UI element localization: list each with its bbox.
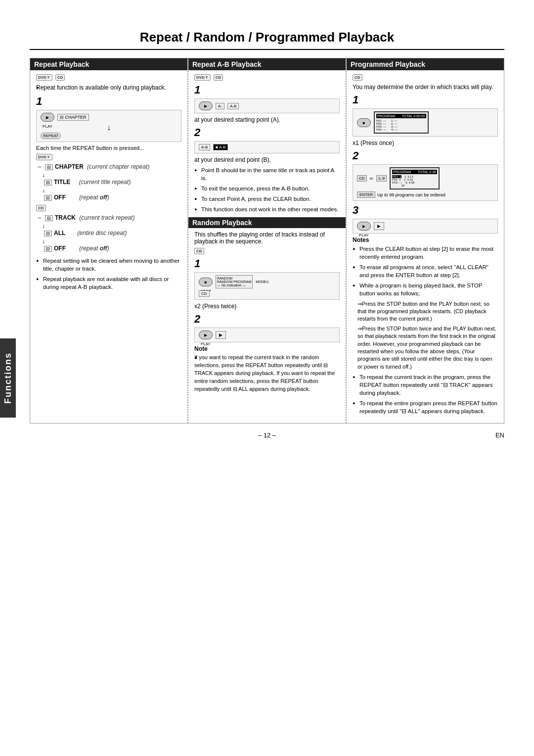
repeat-ab-title: Repeat A-B Playback bbox=[192, 60, 262, 68]
arrow-track: → bbox=[36, 214, 42, 221]
prog-screen-2: PROGRAM TOTAL 0:36 P01: 1 1: 3:12 P02: 3… bbox=[390, 167, 440, 189]
repeat-step1-caption: Each time the REPEAT button is pressed..… bbox=[36, 145, 181, 151]
random-title: Random Playback bbox=[192, 219, 252, 227]
ab-bullet-4: This function does not work in the other… bbox=[194, 205, 340, 213]
repeat-bullet-1: Repeat setting will be cleared when movi… bbox=[36, 257, 181, 273]
prog-badge-row: CD bbox=[353, 74, 498, 81]
prog-step2-diagram: CD or 1–9 PROGRAM TOTAL 0:36 P01: 1 1: 3… bbox=[353, 164, 498, 201]
cd-mode-track: → ⊟ TRACK (current track repeat) bbox=[36, 214, 181, 221]
prog-intro: You may determine the order in which tra… bbox=[353, 84, 498, 91]
cd-badge-2: CD bbox=[36, 205, 46, 211]
arrow-down-1: ↓ bbox=[41, 124, 177, 132]
title-icon: ⊟ bbox=[44, 180, 52, 186]
ab-badges-row: DVD▼ CD bbox=[194, 74, 340, 81]
prog-screen2-body: P01: 1 1: 3:12 P02: 3 2: 5:10 P03: — 3: … bbox=[392, 175, 437, 187]
play-indicator-prog: ▶ bbox=[374, 222, 384, 230]
title-mode-desc: (current title repeat) bbox=[72, 179, 131, 186]
repeat-btn-sim: REPEAT bbox=[41, 133, 61, 139]
play-btn-sim: ▶ PLAY bbox=[41, 113, 54, 122]
ab-bullet-3: To cancel Point A, press the CLEAR butto… bbox=[194, 195, 340, 203]
prog-step3-diagram: ▶ PLAY ▶ bbox=[353, 219, 498, 234]
prog-screen-header: PROGRAM TOTAL 0:00:00 bbox=[376, 114, 426, 118]
prog-screen2-header: PROGRAM TOTAL 0:36 bbox=[392, 170, 437, 174]
all-mode-label: ALL bbox=[54, 230, 65, 236]
prog-note-3: While a program is being played back, th… bbox=[353, 282, 498, 297]
ab-bullet-2: To exit the sequence, press the A-B butt… bbox=[194, 185, 340, 192]
dvd-modes-badges: DVD▼ bbox=[36, 154, 181, 160]
mode-btn-sim: MODE⊙ bbox=[256, 280, 269, 284]
cd-mode-list: → ⊟ TRACK (current track repeat) ↓ ⊟ ALL… bbox=[36, 214, 181, 252]
lang-label: EN bbox=[495, 431, 504, 439]
play-indicator: ▶ bbox=[216, 331, 226, 339]
random-step2-inner: ▶ PLAY ▶ bbox=[199, 331, 335, 339]
dvd-v-badge: DVD▼ bbox=[36, 74, 52, 81]
cd-mode-all: ⊟ ALL (entire disc repeat) bbox=[36, 230, 181, 236]
prog-step2-inner: CD or 1–9 PROGRAM TOTAL 0:36 P01: 1 1: 3… bbox=[357, 167, 493, 189]
track-mode-desc: (current track repeat) bbox=[78, 214, 134, 221]
dvd-mode-arrow-down2: ↓ bbox=[36, 187, 181, 194]
ab-step2-num: 2 bbox=[194, 126, 340, 139]
ab-bullets: Point B should be in the same title or t… bbox=[194, 166, 340, 213]
page-title: Repeat / Random / Programmed Playback bbox=[30, 30, 504, 50]
programmed-header: Programmed Playback bbox=[347, 58, 504, 70]
repeat-intro: Repeat function is available only during… bbox=[36, 84, 181, 92]
or-label: or bbox=[370, 176, 373, 181]
prog-screen-1: PROGRAM TOTAL 0:00:00 P01: — 1: — P02: —… bbox=[374, 111, 429, 134]
cd-btn-sim: CD bbox=[357, 175, 367, 182]
a-btn: A-B bbox=[227, 103, 239, 109]
enter-btn-sim: ENTER bbox=[357, 191, 375, 198]
chapter-icon: ⊟ bbox=[45, 164, 53, 170]
dvd-mode-title: ⊟ TITLE (current title repeat) bbox=[36, 179, 181, 186]
prog-note-1: Press the CLEAR button at step [2] to er… bbox=[353, 245, 498, 261]
prog-note-4: To repeat the current track in the progr… bbox=[353, 373, 498, 397]
cd-mode-arrow-down: ↓ bbox=[36, 223, 181, 230]
ab-label: A-B bbox=[199, 144, 210, 150]
dvd-mode-chapter: → ⊟ CHAPTER (current chapter repeat) bbox=[36, 163, 181, 170]
off-mode-desc-dvd: (repeat off) bbox=[68, 194, 109, 201]
repeat-playback-title: Repeat Playback bbox=[34, 60, 89, 68]
track-mode-label: TRACK bbox=[55, 214, 76, 221]
ab-step1-caption: at your desired starting point (A). bbox=[194, 116, 340, 123]
track-icon: ⊟ bbox=[45, 215, 53, 221]
columns-layout: Repeat Playback DVD▼ CD Repeat function … bbox=[30, 58, 504, 424]
prog-step1-inner: ■ PROGRAM TOTAL 0:00:00 P01: — 1: — P02:… bbox=[357, 111, 493, 134]
cd-badge-ab: CD bbox=[214, 74, 223, 81]
prog-step1-num: 1 bbox=[353, 94, 498, 106]
page-number: – 12 – bbox=[30, 431, 504, 439]
ab-step2-caption: at your desired end point (B). bbox=[194, 156, 340, 163]
dvd-mode-off: ⊟ OFF (repeat off) bbox=[36, 194, 181, 201]
all-icon: ⊟ bbox=[44, 231, 52, 236]
cd-badge-random: CD bbox=[194, 248, 204, 254]
random-step2-diagram: ▶ PLAY ▶ bbox=[194, 328, 340, 342]
stop-btn-random: ■ STOP bbox=[199, 278, 213, 286]
prog-step2-num: 2 bbox=[353, 149, 498, 162]
stop-btn-prog: ■ bbox=[357, 118, 371, 127]
play-btn-prog: ▶ PLAY bbox=[357, 222, 371, 231]
chapter-label: ⊟ CHAPTER bbox=[57, 114, 89, 121]
dvd-mode-list: → ⊟ CHAPTER (current chapter repeat) ↓ ⊟… bbox=[36, 163, 181, 201]
ab-active: ■ A-B bbox=[213, 144, 228, 150]
dvd-v-badge-2: DVD▼ bbox=[36, 154, 52, 160]
random-step1-inner: ■ STOP RANDOMRANDOM PROGRAM— No indicati… bbox=[199, 275, 335, 288]
repeat-step1-num: 1 bbox=[36, 95, 181, 108]
prog-step3-num: 3 bbox=[353, 204, 498, 217]
prog-step3-inner: ▶ PLAY ▶ bbox=[357, 222, 493, 231]
prog-step1-diagram: ■ PROGRAM TOTAL 0:00:00 P01: — 1: — P02:… bbox=[353, 108, 498, 137]
all-mode-desc: (entire disc repeat) bbox=[67, 230, 127, 236]
repeat-step1-diagram-inner: ▶ PLAY ⊟ CHAPTER bbox=[41, 113, 177, 122]
chapter-mode-label: CHAPTER bbox=[55, 163, 84, 170]
prog-note-3a: ⇒Press the STOP button and the PLAY butt… bbox=[353, 300, 498, 323]
dvd-mode-arrow-down: ↓ bbox=[36, 172, 181, 179]
arrow-chapter: → bbox=[36, 163, 42, 170]
cd-mode-arrow-down2: ↓ bbox=[36, 238, 181, 245]
programmed-title: Programmed Playback bbox=[351, 60, 425, 68]
random-note-label: Note bbox=[194, 345, 340, 352]
enter-btn-row: ENTER Up to 99 programs can be ordered bbox=[357, 191, 493, 198]
ab-step1-num: 1 bbox=[194, 84, 340, 96]
off-mode-desc-cd: (repeat off) bbox=[68, 245, 109, 252]
num-btn-sim: 1–9 bbox=[376, 175, 387, 182]
dvd-v-badge-ab: DVD▼ bbox=[194, 74, 211, 81]
col-repeat-playback: Repeat Playback DVD▼ CD Repeat function … bbox=[30, 58, 188, 423]
title-mode-label: TITLE bbox=[54, 179, 70, 186]
chapter-mode-desc: (current chapter repeat) bbox=[86, 163, 149, 170]
